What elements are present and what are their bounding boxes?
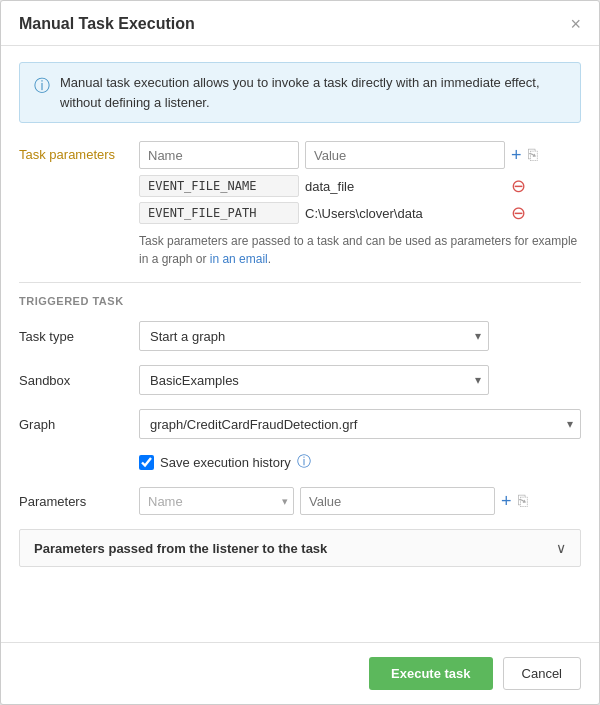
chevron-down-icon: ∨ [556, 540, 566, 556]
info-banner: ⓘ Manual task execution allows you to in… [19, 62, 581, 123]
task-parameters-label: Task parameters [19, 141, 139, 162]
param-name-select-wrapper: Name [139, 487, 294, 515]
dialog-header: Manual Task Execution × [1, 1, 599, 46]
task-type-label: Task type [19, 329, 139, 344]
collapsible-params-label: Parameters passed from the listener to t… [34, 541, 327, 556]
info-icon: ⓘ [34, 74, 50, 98]
sandbox-label: Sandbox [19, 373, 139, 388]
copy-parameter-button[interactable]: ⎘ [518, 493, 528, 509]
dialog-footer: Execute task Cancel [1, 642, 599, 704]
task-type-select[interactable]: Start a graph Send an email Run a script [139, 321, 489, 351]
triggered-task-heading: TRIGGERED TASK [19, 295, 581, 307]
graph-row: Graph ▾ [19, 409, 581, 439]
task-parameters-content: + ⎘ EVENT_FILE_NAME data_file ⊖ EVENT_FI… [139, 141, 581, 268]
close-button[interactable]: × [570, 15, 581, 33]
add-parameter-button[interactable]: + [501, 492, 512, 510]
manual-task-execution-dialog: Manual Task Execution × ⓘ Manual task ex… [0, 0, 600, 705]
task-type-select-wrapper: Start a graph Send an email Run a script [139, 321, 489, 351]
save-history-row: Save execution history ⓘ [19, 453, 581, 471]
param-name-header-input[interactable] [139, 141, 299, 169]
param-value-input[interactable] [300, 487, 495, 515]
param-row-2: EVENT_FILE_PATH C:\Users\clover\data ⊖ [139, 202, 581, 224]
info-banner-text: Manual task execution allows you to invo… [60, 73, 566, 112]
dialog-body: ⓘ Manual task execution allows you to in… [1, 46, 599, 642]
param-name-select[interactable]: Name [139, 487, 294, 515]
param-name-1: EVENT_FILE_NAME [139, 175, 299, 197]
task-parameters-section: Task parameters + ⎘ EVENT_FILE_NAME data… [19, 141, 581, 268]
params-note-link[interactable]: in an email [210, 252, 268, 266]
params-header-row: + ⎘ [139, 141, 581, 169]
param-value-2: C:\Users\clover\data [305, 206, 505, 221]
add-param-button[interactable]: + [511, 146, 522, 164]
dialog-title: Manual Task Execution [19, 15, 195, 33]
sandbox-select-wrapper: BasicExamples Default [139, 365, 489, 395]
parameters-row: Parameters Name + ⎘ [19, 487, 581, 515]
task-type-control: Start a graph Send an email Run a script [139, 321, 581, 351]
save-history-label: Save execution history [160, 455, 291, 470]
section-divider [19, 282, 581, 283]
task-type-row: Task type Start a graph Send an email Ru… [19, 321, 581, 351]
graph-control: ▾ [139, 409, 581, 439]
parameters-controls: Name + ⎘ [139, 487, 581, 515]
param-value-1: data_file [305, 179, 505, 194]
remove-param-1-button[interactable]: ⊖ [511, 177, 526, 195]
params-note-part1: Task parameters are passed to a task and… [139, 234, 577, 266]
save-history-info-icon[interactable]: ⓘ [297, 453, 311, 471]
graph-label: Graph [19, 417, 139, 432]
graph-input-wrapper: ▾ [139, 409, 581, 439]
param-name-2: EVENT_FILE_PATH [139, 202, 299, 224]
sandbox-select[interactable]: BasicExamples Default [139, 365, 489, 395]
collapsible-params-row[interactable]: Parameters passed from the listener to t… [19, 529, 581, 567]
execute-task-button[interactable]: Execute task [369, 657, 493, 690]
graph-input[interactable] [139, 409, 581, 439]
sandbox-control: BasicExamples Default [139, 365, 581, 395]
param-row-1: EVENT_FILE_NAME data_file ⊖ [139, 175, 581, 197]
parameters-label: Parameters [19, 494, 139, 509]
sandbox-row: Sandbox BasicExamples Default [19, 365, 581, 395]
param-value-header-input[interactable] [305, 141, 505, 169]
params-note-part2: . [268, 252, 271, 266]
copy-param-button[interactable]: ⎘ [528, 147, 538, 163]
cancel-button[interactable]: Cancel [503, 657, 581, 690]
remove-param-2-button[interactable]: ⊖ [511, 204, 526, 222]
save-history-checkbox[interactable] [139, 455, 154, 470]
params-note: Task parameters are passed to a task and… [139, 232, 581, 268]
